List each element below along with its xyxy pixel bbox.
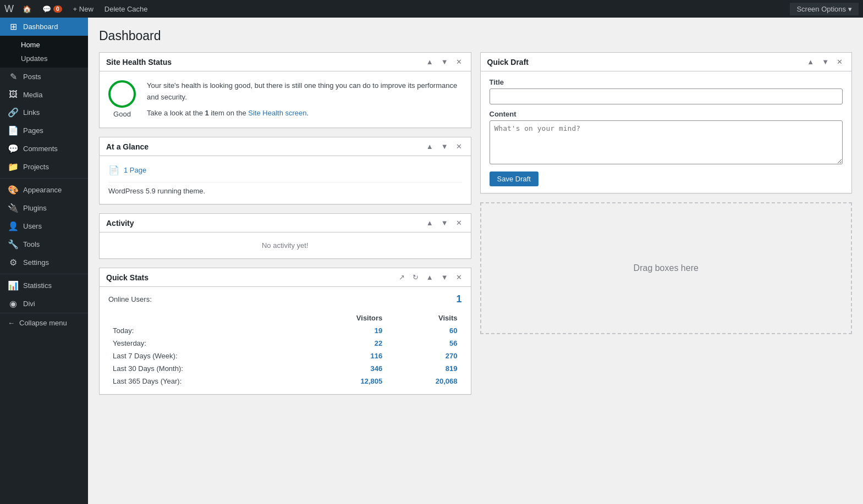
sidebar-item-statistics[interactable]: 📊 Statistics — [0, 276, 88, 295]
quick-draft-close[interactable]: ✕ — [834, 57, 845, 67]
sidebar-item-posts[interactable]: ✎ Posts — [0, 68, 88, 86]
page-count-link[interactable]: 1 Page — [124, 166, 146, 174]
content-textarea[interactable] — [490, 120, 843, 164]
collapse-menu-button[interactable]: ← Collapse menu — [0, 313, 88, 333]
dashboard-icon: ⊞ — [8, 21, 19, 32]
sidebar-item-plugins[interactable]: 🔌 Plugins — [0, 199, 88, 217]
sidebar-item-updates[interactable]: Updates — [15, 52, 88, 65]
comment-icon: 💬 — [42, 5, 51, 13]
quick-draft-body: Title Content Save Draft — [481, 71, 852, 193]
drag-boxes-area: Drag boxes here — [480, 202, 853, 334]
table-row: Last 365 Days (Year): 12,805 20,068 — [108, 375, 462, 387]
site-health-widget: Site Health Status ▲ ▼ ✕ Good — [99, 52, 471, 128]
sidebar-item-dashboard[interactable]: ⊞ Dashboard — [0, 18, 88, 36]
sidebar-item-users[interactable]: 👤 Users — [0, 217, 88, 235]
sidebar-item-settings[interactable]: ⚙ Settings — [0, 253, 88, 272]
admin-sidebar: ⊞ Dashboard Home Updates ✎ Posts 🖼 Media… — [0, 18, 88, 504]
appearance-icon: 🎨 — [8, 185, 19, 195]
sidebar-label-projects: Projects — [23, 163, 49, 171]
site-health-body: Good Your site's health is looking good,… — [100, 71, 471, 128]
table-row: Last 7 Days (Week): 116 270 — [108, 350, 462, 362]
users-icon: 👤 — [8, 221, 19, 231]
site-health-link[interactable]: Site Health screen — [248, 109, 306, 117]
content-label: Content — [490, 110, 843, 118]
at-glance-widget: At a Glance ▲ ▼ ✕ 📄 1 Page W — [99, 137, 471, 204]
media-icon: 🖼 — [8, 90, 19, 99]
sidebar-submenu-dashboard: Home Updates — [0, 36, 88, 68]
sidebar-item-divi[interactable]: ◉ Divi — [0, 295, 88, 313]
quick-draft-header: Quick Draft ▲ ▼ ✕ — [481, 53, 852, 71]
activity-collapse-down[interactable]: ▼ — [439, 218, 450, 228]
table-row: Today: 19 60 — [108, 324, 462, 337]
sidebar-item-projects[interactable]: 📁 Projects — [0, 158, 88, 176]
site-health-collapse-up[interactable]: ▲ — [424, 57, 436, 67]
left-column: Site Health Status ▲ ▼ ✕ Good — [99, 52, 471, 395]
health-link-text: Take a look at the 1 item on the Site He… — [147, 108, 462, 119]
activity-close[interactable]: ✕ — [454, 218, 464, 228]
stats-row-visits: 270 — [387, 350, 461, 362]
stats-row-visits: 60 — [387, 324, 461, 337]
quick-stats-collapse-down[interactable]: ▼ — [439, 273, 450, 282]
sidebar-label-pages: Pages — [23, 126, 43, 135]
quick-stats-controls: ↗ ↻ ▲ ▼ ✕ — [397, 273, 464, 282]
sidebar-item-appearance[interactable]: 🎨 Appearance — [0, 181, 88, 199]
online-users-label: Online Users: — [108, 295, 456, 303]
site-health-collapse-down[interactable]: ▼ — [439, 57, 450, 67]
screen-options-label: Screen Options — [796, 5, 846, 13]
adminbar-new-button[interactable]: + New — [69, 0, 98, 18]
at-glance-close[interactable]: ✕ — [454, 142, 464, 151]
at-glance-collapse-down[interactable]: ▼ — [439, 142, 450, 151]
sidebar-label-posts: Posts — [23, 73, 41, 81]
menu-divider-1 — [0, 178, 88, 179]
content-area: Dashboard Site Health Status ▲ ▼ ✕ — [88, 18, 863, 504]
quick-stats-collapse-up[interactable]: ▲ — [424, 273, 436, 282]
screen-options-button[interactable]: Screen Options ▾ — [790, 3, 859, 15]
sidebar-label-divi: Divi — [23, 300, 35, 308]
online-users-count: 1 — [456, 293, 461, 305]
at-glance-wp-info: WordPress 5.9 running theme. — [108, 182, 462, 197]
stats-row-label: Last 365 Days (Year): — [108, 375, 301, 387]
sidebar-item-comments[interactable]: 💬 Comments — [0, 140, 88, 158]
new-label: + New — [73, 5, 94, 13]
sidebar-item-links[interactable]: 🔗 Links — [0, 103, 88, 121]
adminbar-delete-cache[interactable]: Delete Cache — [100, 0, 152, 18]
at-glance-collapse-up[interactable]: ▲ — [424, 142, 436, 151]
quick-stats-close[interactable]: ✕ — [454, 273, 464, 282]
sidebar-item-media[interactable]: 🖼 Media — [0, 86, 88, 103]
projects-icon: 📁 — [8, 162, 19, 172]
stats-col-visits: Visits — [387, 312, 461, 324]
quick-stats-header: Quick Stats ↗ ↻ ▲ ▼ ✕ — [100, 268, 471, 287]
stats-row-label: Last 30 Days (Month): — [108, 362, 301, 375]
chevron-down-icon: ▾ — [848, 5, 852, 13]
activity-empty-text: No activity yet! — [262, 241, 309, 250]
quick-draft-collapse-down[interactable]: ▼ — [820, 57, 831, 67]
adminbar-home[interactable]: 🏠 — [18, 0, 36, 18]
activity-header: Activity ▲ ▼ ✕ — [100, 214, 471, 232]
site-health-close[interactable]: ✕ — [454, 57, 464, 67]
sidebar-label-dashboard: Dashboard — [23, 23, 58, 31]
at-glance-controls: ▲ ▼ ✕ — [424, 142, 464, 151]
site-health-controls: ▲ ▼ ✕ — [424, 57, 464, 67]
activity-collapse-up[interactable]: ▲ — [424, 218, 436, 228]
plugins-icon: 🔌 — [8, 203, 19, 213]
content-field-wrapper: Content — [490, 110, 843, 166]
sidebar-item-tools[interactable]: 🔧 Tools — [0, 235, 88, 253]
pages-item-wrapper: 📄 Pages — [0, 121, 88, 140]
quick-stats-refresh[interactable]: ↻ — [410, 273, 421, 282]
menu-divider-2 — [0, 274, 88, 274]
title-input[interactable] — [490, 88, 843, 104]
wp-logo[interactable]: W — [4, 3, 14, 15]
quick-draft-collapse-up[interactable]: ▲ — [805, 57, 816, 67]
updates-sub-label: Updates — [21, 54, 47, 63]
main-layout: ⊞ Dashboard Home Updates ✎ Posts 🖼 Media… — [0, 18, 863, 504]
sidebar-item-pages[interactable]: 📄 Pages — [0, 121, 88, 140]
adminbar-comments[interactable]: 💬 0 — [38, 0, 67, 18]
save-draft-button[interactable]: Save Draft — [490, 171, 538, 186]
stats-col-label — [108, 312, 301, 324]
sidebar-label-links: Links — [23, 108, 40, 117]
stats-body: Today: 19 60 Yesterday: 22 56 Last 7 Day… — [108, 324, 462, 387]
drag-boxes-text: Drag boxes here — [634, 263, 699, 273]
comments-count-badge: 0 — [53, 5, 62, 13]
sidebar-item-home[interactable]: Home — [15, 38, 88, 52]
quick-stats-external-link[interactable]: ↗ — [397, 273, 407, 282]
